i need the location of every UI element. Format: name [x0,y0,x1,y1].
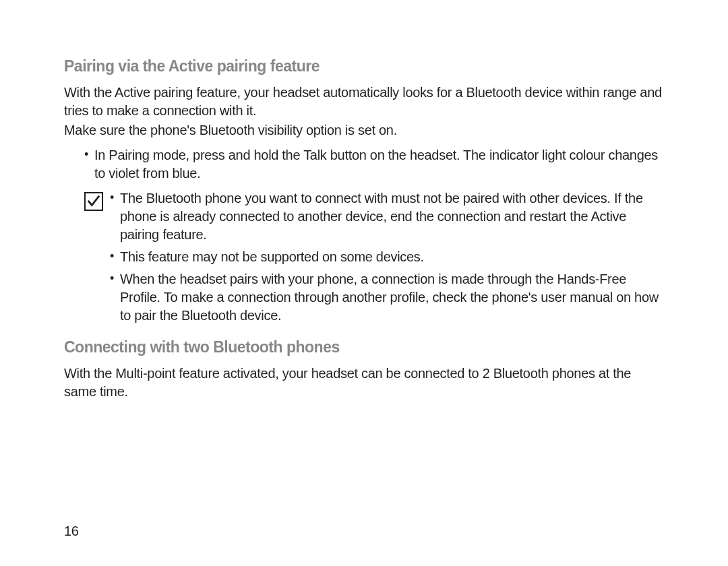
body-paragraph-3: With the Multi-point feature activated, … [64,365,664,401]
section-active-pairing: Pairing via the Active pairing feature W… [64,57,664,329]
heading-active-pairing: Pairing via the Active pairing feature [64,57,664,75]
page-number: 16 [64,524,79,539]
note-block: The Bluetooth phone you want to connect … [64,189,664,329]
bullet-item: In Pairing mode, press and hold the Talk… [84,146,664,183]
body-paragraph-2: Make sure the phone's Bluetooth visibili… [64,121,664,139]
paragraph-block: With the Active pairing feature, your he… [64,84,664,139]
section-two-phones: Connecting with two Bluetooth phones Wit… [64,338,664,401]
heading-two-phones: Connecting with two Bluetooth phones [64,338,664,356]
bullet-list: In Pairing mode, press and hold the Talk… [64,146,664,183]
body-paragraph-1: With the Active pairing feature, your he… [64,84,664,120]
note-item-1: The Bluetooth phone you want to connect … [110,189,664,244]
checkbox-note-icon [84,192,103,211]
note-item-2: This feature may not be supported on som… [110,248,664,266]
note-items-list: The Bluetooth phone you want to connect … [110,189,664,329]
note-item-3: When the headset pairs with your phone, … [110,270,664,325]
